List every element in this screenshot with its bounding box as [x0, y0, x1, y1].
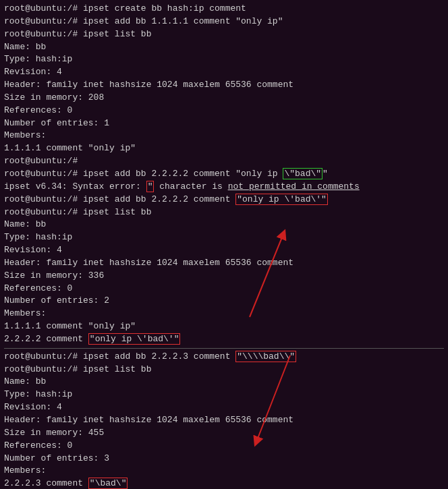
output2-header: Header: family inet hashsize 1024 maxele…	[4, 257, 444, 270]
output3-header: Header: family inet hashsize 1024 maxele…	[4, 414, 444, 427]
output-member-1: 1.1.1.1 comment "only ip"	[4, 142, 444, 155]
error-line: ipset v6.34: Syntax error: " character i…	[4, 181, 444, 194]
output-revision: Revision: 4	[4, 66, 444, 79]
output2-refs: References: 0	[4, 283, 444, 295]
output-size: Size in memory: 208	[4, 92, 444, 105]
output3-size: Size in memory: 455	[4, 427, 444, 440]
red-box-member3: "\bad\"	[88, 478, 128, 489]
output-refs: References: 0	[4, 105, 444, 117]
cmd-line-1: root@ubuntu:/# ipset create bb hash:ip c…	[4, 3, 444, 16]
output3-type: Type: hash:ip	[4, 389, 444, 401]
green-box-bad: \"bad\"	[283, 168, 323, 179]
output3-members-label: Members:	[4, 465, 444, 478]
output2-revision: Revision: 4	[4, 244, 444, 257]
output-entries: Number of entries: 1	[4, 117, 444, 130]
output2-size: Size in memory: 336	[4, 270, 444, 283]
output-type: Type: hash:ip	[4, 53, 444, 66]
output3-name: Name: bb	[4, 376, 444, 389]
output-header: Header: family inet hashsize 1024 maxele…	[4, 79, 444, 92]
red-box-escaped-cmd: "only ip \'bad\'"	[235, 194, 328, 205]
output3-member-1: 2.2.2.3 comment "\bad\"	[4, 478, 444, 489]
cmd-line-list-2: root@ubuntu:/# ipset list bb	[4, 206, 444, 219]
output2-name: Name: bb	[4, 219, 444, 231]
prompt-empty-1: root@ubuntu:/#	[4, 155, 444, 168]
output2-member-1: 1.1.1.1 comment "only ip"	[4, 320, 444, 333]
cmd-line-bad-quote: root@ubuntu:/# ipset add bb 2.2.2.2 comm…	[4, 168, 444, 181]
output3-refs: References: 0	[4, 440, 444, 453]
cmd-line-list-3: root@ubuntu:/# ipset list bb	[4, 364, 444, 376]
output2-member-2: 2.2.2.2 comment "only ip \'bad\'"	[4, 333, 444, 346]
red-box-double-bs: "\\\\bad\\"	[235, 351, 296, 362]
red-box-member2: "only ip \'bad\'"	[88, 333, 181, 345]
terminal: root@ubuntu:/# ipset create bb hash:ip c…	[0, 0, 448, 489]
output-name: Name: bb	[4, 41, 444, 54]
output-members-label: Members:	[4, 130, 444, 142]
cmd-line-double-backslash: root@ubuntu:/# ipset add bb 2.2.2.3 comm…	[4, 351, 444, 364]
red-box-quote: "	[146, 181, 155, 192]
output3-revision: Revision: 4	[4, 401, 444, 414]
cmd-line-escaped: root@ubuntu:/# ipset add bb 2.2.2.2 comm…	[4, 194, 444, 206]
cmd-line-2: root@ubuntu:/# ipset add bb 1.1.1.1 comm…	[4, 16, 444, 28]
output2-type: Type: hash:ip	[4, 231, 444, 244]
cmd-line-3: root@ubuntu:/# ipset list bb	[4, 28, 444, 41]
output2-entries: Number of entries: 2	[4, 295, 444, 308]
output3-entries: Number of entries: 3	[4, 453, 444, 465]
output2-members-label: Members:	[4, 308, 444, 320]
divider	[4, 348, 444, 349]
